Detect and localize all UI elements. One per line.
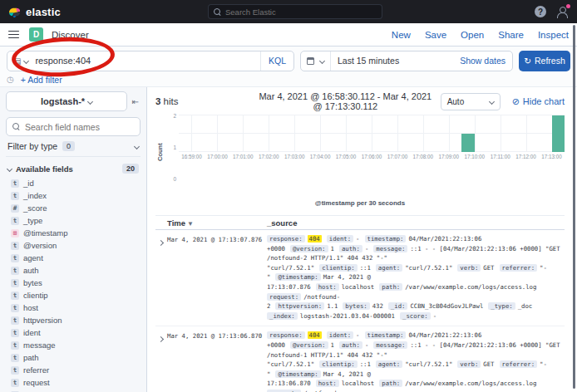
field-item-_id[interactable]: t_id bbox=[6, 177, 141, 189]
highlighted-value: 404 bbox=[308, 331, 322, 339]
field-search-input[interactable] bbox=[25, 122, 134, 132]
gridline bbox=[294, 115, 295, 152]
string-field-icon: t bbox=[11, 179, 19, 188]
calendar-button[interactable] bbox=[301, 51, 331, 71]
field-item-_type[interactable]: t_type bbox=[6, 214, 141, 227]
index-pattern-select[interactable]: logstash-* bbox=[6, 91, 127, 111]
breadcrumb[interactable]: Discover bbox=[52, 30, 89, 40]
nav-action-save[interactable]: Save bbox=[425, 30, 446, 40]
string-field-icon: t bbox=[11, 242, 19, 250]
source-value: "curl/7.52.1" bbox=[405, 360, 452, 368]
show-dates-button[interactable]: Show dates bbox=[453, 56, 512, 66]
saved-query-icon[interactable]: ▤ bbox=[13, 56, 21, 66]
field-item-@version[interactable]: t@version bbox=[6, 239, 141, 252]
source-field-badge: httpversion: bbox=[275, 302, 324, 310]
field-item-path[interactable]: tpath bbox=[6, 351, 141, 364]
field-item-request[interactable]: trequest bbox=[6, 376, 141, 389]
query-language-button[interactable]: KQL bbox=[260, 51, 293, 71]
help-icon[interactable]: ? bbox=[535, 6, 546, 17]
x-tick-label: 17:00:00 bbox=[207, 154, 228, 159]
elastic-brand[interactable]: elastic bbox=[8, 6, 61, 18]
query-section: ▤ response:404 KQL Last 15 minutes Show … bbox=[0, 47, 577, 87]
source-value: logstash-2021.03.04-000001 bbox=[300, 312, 395, 320]
number-field-icon: # bbox=[11, 204, 19, 213]
page-scrollbar[interactable] bbox=[573, 25, 575, 389]
query-text[interactable]: response:404 bbox=[35, 56, 260, 66]
discover-app-badge[interactable]: D bbox=[29, 27, 43, 42]
interval-select[interactable]: Auto bbox=[441, 93, 501, 110]
collapse-sidebar-icon[interactable]: ⇤ bbox=[131, 97, 141, 106]
gridline bbox=[217, 115, 218, 152]
x-tick-label: 17:04:00 bbox=[310, 154, 331, 159]
source-field-badge: path: bbox=[379, 380, 402, 387]
string-field-icon: t bbox=[11, 354, 19, 362]
histogram-plot[interactable] bbox=[179, 115, 565, 152]
sort-descending-icon[interactable]: ▼ bbox=[187, 220, 194, 228]
refresh-button[interactable]: ↻ Refresh bbox=[519, 51, 570, 71]
hide-chart-button[interactable]: ⊘ Hide chart bbox=[512, 96, 565, 107]
source-value: 1.1 bbox=[327, 302, 338, 310]
source-field-badge: verb: bbox=[457, 360, 481, 368]
source-field-badge: clientip: bbox=[319, 360, 358, 368]
field-item-clientip[interactable]: tclientip bbox=[6, 289, 141, 301]
time-column-header[interactable]: Time▼ bbox=[155, 218, 267, 228]
field-item-response[interactable]: tresponse bbox=[6, 389, 141, 392]
nav-action-inspect[interactable]: Inspect bbox=[538, 30, 569, 40]
menu-icon[interactable] bbox=[8, 31, 19, 39]
gridline bbox=[526, 115, 527, 152]
gridline bbox=[449, 115, 450, 152]
gridline bbox=[243, 115, 244, 152]
source-field-badge: @version: bbox=[290, 245, 328, 252]
histogram-bar[interactable] bbox=[461, 134, 474, 152]
chevron-down-icon[interactable] bbox=[23, 57, 29, 63]
add-filter-button[interactable]: + Add filter bbox=[21, 75, 62, 85]
source-field-badge: bytes: bbox=[343, 302, 369, 310]
field-item-host[interactable]: thost bbox=[6, 301, 141, 314]
field-name: path bbox=[23, 353, 39, 362]
row-time: Mar 4, 2021 @ 17:13:06.870 bbox=[167, 331, 267, 392]
field-item-ident[interactable]: tident bbox=[6, 326, 141, 339]
filter-by-type[interactable]: Filter by type 0 bbox=[6, 136, 141, 157]
field-search[interactable] bbox=[6, 117, 141, 136]
table-row: Mar 4, 2021 @ 17:13:06.870response:404id… bbox=[155, 326, 565, 392]
source-value: 1 bbox=[331, 341, 334, 349]
field-item-_score[interactable]: #_score bbox=[6, 202, 141, 214]
field-item-@timestamp[interactable]: ⊞@timestamp bbox=[6, 227, 141, 239]
field-item-_index[interactable]: t_index bbox=[6, 189, 141, 202]
source-value: localhost bbox=[342, 283, 375, 291]
saved-query-menu-icon[interactable]: ◷ bbox=[7, 75, 14, 84]
filter-type-count-badge: 0 bbox=[62, 141, 75, 151]
highlighted-value: 404 bbox=[308, 235, 322, 243]
field-item-referrer[interactable]: treferrer bbox=[6, 364, 141, 376]
string-field-icon: t bbox=[11, 217, 19, 225]
y-tick-label: 0 bbox=[173, 176, 176, 182]
available-fields-header[interactable]: Available fields 20 bbox=[7, 164, 139, 174]
nav-action-open[interactable]: Open bbox=[461, 30, 484, 40]
global-search[interactable] bbox=[208, 4, 382, 19]
global-search-input[interactable] bbox=[225, 7, 377, 17]
expand-row-icon[interactable] bbox=[155, 234, 167, 321]
expand-row-icon[interactable] bbox=[155, 331, 167, 392]
query-input[interactable]: ▤ response:404 KQL bbox=[7, 51, 294, 71]
field-name: auth bbox=[23, 266, 39, 275]
chevron-down-icon bbox=[134, 143, 140, 149]
field-item-auth[interactable]: tauth bbox=[6, 264, 141, 277]
user-avatar[interactable] bbox=[556, 6, 569, 18]
nav-action-share[interactable]: Share bbox=[498, 30, 524, 40]
date-field-icon: ⊞ bbox=[11, 229, 19, 238]
field-name: _score bbox=[23, 203, 47, 213]
time-range-value[interactable]: Last 15 minutes bbox=[331, 56, 453, 66]
field-item-bytes[interactable]: tbytes bbox=[6, 277, 141, 289]
field-item-httpversion[interactable]: thttpversion bbox=[6, 314, 141, 326]
field-name: message bbox=[23, 341, 56, 350]
gridline bbox=[179, 115, 565, 115]
field-item-message[interactable]: tmessage bbox=[6, 339, 141, 351]
field-item-agent[interactable]: tagent bbox=[6, 252, 141, 264]
field-list: t_idt_index#_scoret_type⊞@timestampt@ver… bbox=[6, 177, 141, 392]
source-field-badge: @timestamp: bbox=[275, 370, 320, 378]
histogram-bar[interactable] bbox=[552, 115, 565, 152]
nav-action-new[interactable]: New bbox=[392, 30, 411, 40]
notification-dot bbox=[566, 4, 570, 8]
source-field-badge: host: bbox=[316, 380, 339, 387]
field-name: _type bbox=[23, 216, 42, 225]
